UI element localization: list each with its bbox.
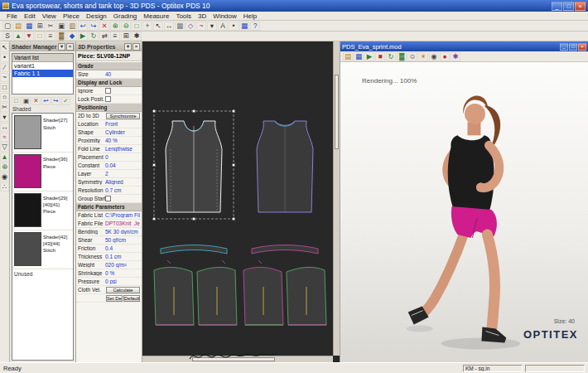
close-button[interactable]: ×	[133, 43, 140, 51]
record-animation-icon[interactable]: ●	[440, 52, 450, 61]
save-model-icon[interactable]: ▦	[354, 52, 364, 61]
variant-row[interactable]: Fabric 1 1	[12, 70, 73, 77]
grade-tool-icon[interactable]: ▲	[0, 153, 9, 162]
save-icon[interactable]: ▦	[24, 22, 34, 31]
minimize-button[interactable]: _	[560, 43, 568, 51]
canvas-vertical-scrollbar[interactable]	[333, 41, 340, 356]
menu-edit[interactable]: Edit	[21, 12, 39, 20]
hand-tool-icon[interactable]: ◉	[0, 172, 9, 182]
variants-icon[interactable]: ≡	[46, 31, 55, 41]
prop-value[interactable]: 0.04	[105, 162, 140, 168]
group-icon[interactable]: ⊞	[121, 31, 131, 41]
align-icon[interactable]: ≡	[110, 31, 120, 41]
style-icon[interactable]: S	[2, 31, 12, 41]
measure-icon[interactable]: ↔	[164, 22, 174, 31]
camera-icon[interactable]: ◉	[429, 52, 439, 61]
prop-value[interactable]: Front	[105, 121, 140, 127]
horizontal-scroll-thumb[interactable]	[192, 357, 275, 361]
clone-shader-icon[interactable]: ▣	[22, 97, 31, 105]
tank-top-front-piece[interactable]	[166, 121, 222, 212]
apply-shader-icon[interactable]: ✓	[61, 97, 70, 105]
export-shader-icon[interactable]: ↪	[51, 97, 60, 105]
shorts-back-right-piece[interactable]	[287, 267, 326, 325]
menu-help[interactable]: Help	[240, 12, 260, 20]
delete-icon[interactable]: ✕	[99, 22, 109, 31]
text-icon[interactable]: A	[218, 22, 228, 31]
maximize-button[interactable]: □	[563, 2, 574, 11]
prop-value[interactable]: 0.4	[105, 245, 140, 251]
close-button[interactable]: ×	[578, 43, 586, 51]
prop-value[interactable]: Lengthwise	[105, 146, 140, 152]
copy-icon[interactable]: ▣	[56, 22, 66, 31]
prop-value[interactable]: 0 psi	[105, 279, 140, 284]
prop-value[interactable]: 020 g/m²	[105, 262, 140, 268]
grade-up-icon[interactable]: ▲	[13, 31, 23, 41]
light-icon[interactable]: ☀	[418, 52, 428, 61]
seam-icon[interactable]: ~	[196, 22, 206, 31]
properties-icon[interactable]: ✱	[132, 31, 142, 41]
open-icon[interactable]: ▤	[13, 22, 23, 31]
point-icon[interactable]: •	[229, 22, 239, 31]
piece-info-icon[interactable]: ◇	[186, 22, 195, 31]
paste-icon[interactable]: ▥	[67, 22, 77, 31]
shader-item[interactable]: Shader[29][40][41]Piece	[12, 191, 73, 230]
close-button[interactable]: ×	[66, 43, 74, 51]
calculate-button[interactable]: Calculate	[106, 287, 140, 293]
menu-measure[interactable]: Measure	[140, 12, 172, 20]
measure-tool-icon[interactable]: ↔	[0, 123, 9, 132]
notch-icon[interactable]: ▾	[207, 22, 217, 31]
shorts-front-left-piece[interactable]	[154, 267, 194, 325]
undo-icon[interactable]: ↩	[78, 22, 88, 31]
open-model-icon[interactable]: ▤	[343, 52, 353, 61]
defaults-button[interactable]: Defaults	[123, 295, 140, 302]
render-icon[interactable]: ✱	[451, 52, 460, 61]
shader-swatch[interactable]	[14, 193, 41, 227]
menu-tools[interactable]: Tools	[172, 12, 195, 20]
reset-simulation-icon[interactable]: ↻	[386, 52, 396, 61]
set-default-button[interactable]: Set Default	[106, 295, 123, 302]
menu-design[interactable]: Design	[83, 12, 110, 20]
prop-value[interactable]: 0	[105, 154, 140, 160]
3d-window-icon[interactable]: ◆	[67, 31, 77, 41]
prop-value[interactable]: 5K 30 dyn/cm	[105, 229, 140, 235]
marker-icon[interactable]: □	[35, 31, 45, 41]
checkbox[interactable]	[105, 88, 111, 94]
rotate-icon[interactable]: ↻	[89, 31, 99, 41]
menu-window[interactable]: Window	[210, 12, 239, 20]
synchronize-button[interactable]: Synchronize	[106, 113, 140, 119]
place-cloth-icon[interactable]: ▓	[397, 52, 407, 61]
prop-value[interactable]: DPT03Knit_Jers	[105, 220, 140, 226]
new-icon[interactable]: ▢	[2, 22, 12, 31]
menu-3d[interactable]: 3D	[195, 12, 210, 20]
prop-value[interactable]: 2	[105, 171, 140, 177]
pin-button[interactable]: ▾	[124, 43, 132, 51]
maximize-button[interactable]: □	[569, 43, 577, 51]
walk-tool-icon[interactable]: ∴	[0, 182, 9, 191]
prop-value[interactable]: C:\Program Files\	[105, 212, 140, 218]
shorts-back-left-piece[interactable]	[243, 267, 283, 325]
close-button[interactable]: ×	[575, 2, 586, 11]
3d-viewport[interactable]: Rendering... 100%	[340, 62, 588, 362]
checkbox[interactable]	[105, 96, 111, 102]
print-icon[interactable]: ⊞	[35, 22, 45, 31]
grid-icon[interactable]: ▦	[175, 22, 185, 31]
vertical-scroll-thumb[interactable]	[335, 75, 339, 149]
zoom-in-icon[interactable]: ⊕	[110, 22, 120, 31]
shader-item[interactable]: Shader[36]Piece	[12, 153, 73, 191]
grade-down-icon[interactable]: ▼	[24, 31, 34, 41]
minimize-button[interactable]: _	[552, 2, 562, 11]
notch-tool-icon[interactable]: ▾	[0, 113, 9, 122]
circle-tool-icon[interactable]: ○	[0, 93, 9, 102]
variant-row[interactable]: variant1	[12, 62, 73, 70]
line-tool-icon[interactable]: ∕	[0, 63, 9, 72]
fabric-icon[interactable]: ▓	[56, 31, 66, 41]
zoom-tool-icon[interactable]: ⊕	[0, 162, 9, 172]
point-tool-icon[interactable]: •	[0, 53, 9, 62]
zoom-fit-icon[interactable]: □	[132, 22, 142, 31]
cut-icon[interactable]: ✂	[46, 22, 55, 31]
shader-swatch[interactable]	[14, 115, 41, 149]
menu-view[interactable]: View	[39, 12, 60, 20]
checkbox[interactable]	[105, 196, 111, 201]
shader-item[interactable]: Shader[27]Stitch	[12, 114, 73, 153]
scissors-tool-icon[interactable]: ✂	[0, 103, 9, 112]
